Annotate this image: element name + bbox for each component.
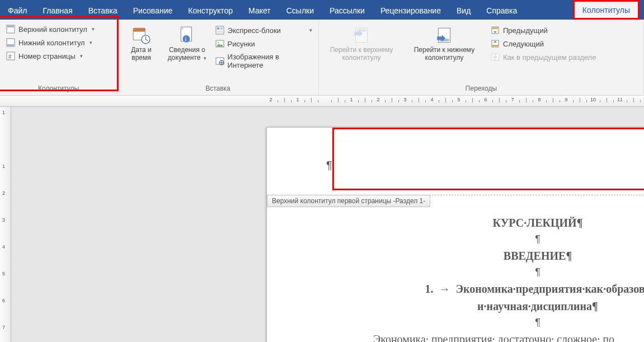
tab-review[interactable]: Рецензирование (373, 0, 449, 20)
btn-page-number[interactable]: # Номер страницы ▾ (3, 50, 86, 62)
doc-para1a: Экономика· предприятия· достаточно· слож… (267, 331, 644, 342)
btn-page-number-label: Номер страницы (18, 52, 76, 60)
tab-home[interactable]: Главная (35, 0, 80, 20)
ruler-mark: 2 (377, 97, 379, 102)
btn-goto-footer[interactable]: Перейти к нижнемуколонтитулу (405, 23, 483, 64)
doc-heading1: 1. → Экономика·предприятия·как·образова (267, 280, 644, 298)
btn-previous-label: Предыдущий (503, 26, 596, 35)
svg-rect-25 (492, 27, 498, 29)
ruler-mark: 11 (617, 97, 623, 102)
svg-rect-15 (217, 31, 223, 33)
chevron-down-icon: ▾ (90, 40, 92, 45)
header-area[interactable]: ¶ (267, 128, 644, 195)
ruler-mark: 4 (2, 244, 5, 250)
header-section-tag: Верхний колонтитул первой страницы -Разд… (267, 195, 430, 207)
btn-goto-header-label-2: колонтитулу (342, 54, 381, 62)
chevron-down-icon: ▾ (204, 55, 206, 61)
ruler-mark: 4 (430, 97, 433, 102)
svg-rect-28 (491, 54, 495, 60)
page-footer-icon (6, 38, 15, 47)
btn-quick-parts[interactable]: Экспресс-блоки ▾ (213, 24, 315, 36)
svg-rect-27 (492, 45, 498, 46)
quick-parts-icon (215, 26, 224, 35)
tab-file[interactable]: Файл (0, 0, 35, 20)
vertical-ruler[interactable]: 11234567 (0, 107, 11, 342)
svg-text:i: i (185, 36, 186, 43)
btn-header-label: Верхний колонтитул (18, 25, 87, 34)
doc-title: КУРС·ЛЕКЦИЙ¶ (267, 214, 644, 232)
btn-goto-header: Перейти к верхнемуколонтитулу (322, 23, 401, 64)
btn-document-info[interactable]: i Сведения одокументе ▾ (164, 23, 210, 65)
chevron-down-icon: ▾ (309, 27, 312, 33)
svg-rect-3 (7, 44, 14, 46)
ruler-mark: 3 (403, 97, 406, 102)
paragraph-mark: ¶ (267, 315, 644, 331)
goto-header-icon (352, 26, 371, 45)
btn-footer[interactable]: Нижний колонтитул ▾ (3, 36, 95, 49)
document-body[interactable]: КУРС·ЛЕКЦИЙ¶ ¶ ВВЕДЕНИЕ¶ ¶ 1. → Экономик… (267, 195, 644, 342)
horizontal-ruler[interactable]: 211234567891011 (263, 96, 644, 107)
ruler-mark: 3 (2, 217, 5, 223)
chevron-down-icon: ▾ (80, 53, 83, 59)
ruler-mark: 7 (2, 325, 5, 330)
tab-view[interactable]: Вид (449, 0, 478, 20)
document-info-icon: i (177, 26, 196, 45)
pictures-icon (215, 39, 224, 48)
chevron-down-icon: ▾ (92, 26, 95, 32)
tab-mailings[interactable]: Рассылки (322, 0, 373, 20)
btn-pictures-label: Рисунки (228, 40, 312, 48)
ruler-mark: 7 (511, 97, 514, 102)
ruler-mark: 9 (565, 97, 567, 102)
tab-insert[interactable]: Вставка (81, 0, 125, 20)
svg-rect-13 (217, 27, 219, 30)
doc-intro: ВВЕДЕНИЕ¶ (267, 247, 644, 265)
svg-rect-7 (133, 28, 145, 31)
tab-references[interactable]: Ссылки (279, 0, 322, 20)
workspace: 211234567891011 11234567 ¶ Верхний колон… (0, 96, 644, 342)
tab-header-footer[interactable]: Колонтитулы (573, 0, 640, 20)
btn-online-pictures[interactable]: Изображения в Интернете (213, 51, 315, 71)
tab-design[interactable]: Конструктор (180, 0, 241, 20)
btn-quick-parts-label: Экспресс-блоки (228, 26, 305, 35)
ruler-mark: 6 (2, 298, 5, 303)
page-header-icon (6, 25, 15, 34)
ribbon-tabs: Файл Главная Вставка Рисование Конструкт… (0, 0, 644, 20)
svg-rect-20 (355, 28, 367, 43)
svg-text:#: # (8, 54, 12, 60)
ruler-mark: 5 (2, 271, 5, 277)
doc-heading1b: и·научная·дисциплина¶ (267, 298, 644, 315)
ribbon: Верхний колонтитул ▾ Нижний колонтитул ▾… (0, 20, 644, 96)
page[interactable]: ¶ Верхний колонтитул первой страницы -Ра… (266, 127, 644, 342)
btn-next[interactable]: Следующий (488, 38, 599, 50)
ruler-mark: 2 (2, 190, 5, 196)
btn-footer-label: Нижний колонтитул (18, 39, 85, 47)
btn-pictures[interactable]: Рисунки (213, 38, 315, 50)
tab-help[interactable]: Справка (478, 0, 525, 20)
btn-goto-footer-label-2: колонтитулу (425, 54, 464, 62)
btn-goto-header-label-1: Перейти к верхнему (330, 46, 393, 54)
group-insert-label: Вставка (121, 83, 315, 95)
paragraph-mark-icon: ¶ (326, 159, 332, 172)
highlight-box (332, 128, 644, 190)
svg-rect-21 (357, 29, 366, 31)
btn-document-info-label-2: документе (168, 54, 201, 62)
tab-draw[interactable]: Рисование (125, 0, 181, 20)
btn-link-previous: Как в предыдущем разделе (488, 51, 599, 63)
btn-header[interactable]: Верхний колонтитул ▾ (3, 23, 97, 35)
paragraph-mark: ¶ (267, 232, 644, 247)
btn-next-label: Следующий (503, 40, 596, 48)
ruler-mark: 1 (2, 163, 5, 169)
btn-date-time[interactable]: Дата ивремя (121, 23, 162, 64)
svg-rect-1 (7, 26, 14, 27)
ruler-mark: 6 (484, 97, 487, 102)
goto-footer-icon (435, 26, 454, 45)
btn-date-time-label-2: время (131, 54, 151, 62)
group-insert: Дата ивремя i Сведения одокументе ▾ Эксп… (117, 20, 319, 95)
paragraph-mark: ¶ (267, 265, 644, 280)
group-transitions-label: Переходы (322, 83, 640, 95)
tab-layout[interactable]: Макет (241, 0, 279, 20)
btn-previous[interactable]: Предыдущий (488, 24, 599, 36)
ruler-mark: 8 (538, 97, 540, 102)
previous-icon (491, 26, 500, 35)
svg-rect-14 (220, 27, 223, 30)
